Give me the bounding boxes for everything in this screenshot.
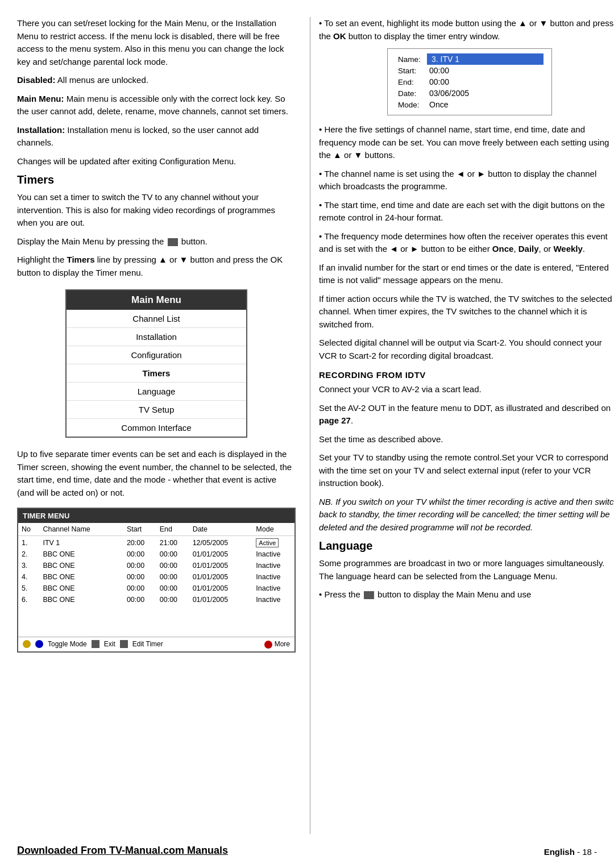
installation-label: Installation:: [17, 125, 65, 135]
row-no: 4.: [18, 571, 39, 583]
column-divider: [310, 17, 310, 834]
row-mode: Inactive: [252, 594, 294, 605]
changes-paragraph: Changes will be updated after exiting Co…: [17, 155, 296, 168]
table-row: 3. BBC ONE 00:00 00:00 01/01/2005 Inacti…: [18, 560, 294, 571]
row-end: 00:00: [156, 594, 189, 605]
menu-item-timers[interactable]: Timers: [67, 364, 246, 383]
yellow-button-icon: [23, 640, 31, 648]
exit-button-icon: [92, 640, 99, 648]
info-value: 3. ITV 1: [427, 53, 544, 65]
info-row: Date: 03/06/2005: [396, 88, 544, 99]
row-start: 20:00: [123, 536, 156, 549]
menu-item-channel-list[interactable]: Channel List: [67, 310, 246, 328]
scart-para: Selected digital channel will be output …: [319, 337, 614, 362]
footer-icons: Toggle Mode Exit Edit Timer: [23, 640, 163, 648]
timers-para1: You can set a timer to switch the TV to …: [17, 191, 296, 230]
timer-desc-para: Up to five separate timer events can be …: [17, 448, 296, 499]
table-row: 2. BBC ONE 00:00 00:00 01/01/2005 Inacti…: [18, 549, 294, 560]
row-spacer2: [246, 536, 252, 549]
row-mode: Active: [252, 536, 294, 549]
mainmenu-label: Main Menu:: [17, 94, 64, 103]
row-end: 00:00: [156, 560, 189, 571]
row-spacer2: [246, 560, 252, 571]
footer-page-info: English - 18 -: [544, 847, 597, 857]
timer-menu-box: TIMER MENU No Channel Name Start End Dat…: [17, 508, 296, 653]
timers-para3: Highlight the Timers line by pressing ▲ …: [17, 254, 296, 279]
row-spacer2: [246, 594, 252, 605]
info-row: Start: 00:00: [396, 65, 544, 76]
row-end: 00:00: [156, 583, 189, 594]
timers-para3-pre: Highlight the: [17, 255, 64, 264]
info-value: 00:00: [427, 65, 544, 76]
footer-toggle-label: Toggle Mode: [48, 640, 87, 648]
row-mode: Inactive: [252, 583, 294, 594]
info-table: Name: 3. ITV 1 Start: 00:00 End: 00:00 D…: [396, 53, 544, 110]
info-value: 00:00: [427, 76, 544, 88]
row-spacer2: [246, 583, 252, 594]
row-start: 00:00: [123, 583, 156, 594]
footer-link[interactable]: Downloaded From TV-Manual.com Manuals: [17, 845, 228, 857]
info-row: Name: 3. ITV 1: [396, 53, 544, 65]
row-start: 00:00: [123, 549, 156, 560]
row-date: 12/05/2005: [189, 536, 246, 549]
recording-para3: Set the time as described above.: [319, 433, 614, 446]
disabled-text: All menus are unlocked.: [57, 75, 148, 85]
right-column: • To set an event, highlight its mode bu…: [313, 17, 614, 834]
timer-action-para: If timer action occurs while the TV is w…: [319, 293, 614, 331]
intro-paragraph: There you can set/reset locking for the …: [17, 17, 296, 68]
col-spacer: [112, 523, 123, 536]
recording-para1: Connect your VCR to AV-2 via a scart lea…: [319, 383, 614, 396]
table-row: 5. BBC ONE 00:00 00:00 01/01/2005 Inacti…: [18, 583, 294, 594]
mainmenu-paragraph: Main Menu: Main menu is accessible only …: [17, 93, 296, 118]
row-end: 21:00: [156, 536, 189, 549]
timers-bold: Timers: [67, 255, 95, 264]
row-mode: Inactive: [252, 571, 294, 583]
row-start: 00:00: [123, 571, 156, 583]
col-spacer2: [246, 523, 252, 536]
row-spacer2: [246, 549, 252, 560]
info-label: End:: [396, 76, 427, 88]
row-mode: Inactive: [252, 560, 294, 571]
language-para1: Some programmes are broadcast in two or …: [319, 557, 614, 583]
info-box: Name: 3. ITV 1 Start: 00:00 End: 00:00 D…: [387, 48, 552, 115]
row-channel: BBC ONE: [39, 549, 112, 560]
bullet2-para: • Here the five settings of channel name…: [319, 123, 614, 162]
info-label: Name:: [396, 53, 427, 65]
menu-item-language[interactable]: Language: [67, 383, 246, 401]
page-footer: Downloaded From TV-Manual.com Manuals En…: [0, 845, 614, 857]
row-channel: BBC ONE: [39, 571, 112, 583]
menu-item-common-interface[interactable]: Common Interface: [67, 419, 246, 437]
installation-paragraph: Installation: Installation menu is locke…: [17, 124, 296, 149]
bullet4-para: • The start time, end time and date are …: [319, 199, 614, 225]
menu-item-tv-setup[interactable]: TV Setup: [67, 401, 246, 419]
info-value: 03/06/2005: [427, 88, 544, 99]
menu-button-icon: [168, 238, 178, 246]
timers-para2-post: button.: [181, 236, 208, 246]
blue-button-icon: [35, 640, 43, 648]
row-no: 1.: [18, 536, 39, 549]
timers-para2: Display the Main Menu by pressing the bu…: [17, 235, 296, 248]
row-end: 00:00: [156, 571, 189, 583]
info-label: Start:: [396, 65, 427, 76]
recording-para2: Set the AV-2 OUT in the feature menu to …: [319, 402, 614, 427]
menu-item-configuration[interactable]: Configuration: [67, 346, 246, 364]
footer-more-label: More: [275, 640, 290, 648]
row-spacer: [112, 549, 123, 560]
left-column: There you can set/reset locking for the …: [17, 17, 307, 834]
col-start: Start: [123, 523, 156, 536]
row-no: 2.: [18, 549, 39, 560]
row-end: 00:00: [156, 549, 189, 560]
info-row: Mode: Once: [396, 99, 544, 110]
main-menu-box: Main Menu Channel List Installation Conf…: [65, 289, 247, 438]
menu-item-installation[interactable]: Installation: [67, 328, 246, 346]
row-start: 00:00: [123, 560, 156, 571]
table-row: 1. ITV 1 20:00 21:00 12/05/2005 Active: [18, 536, 294, 549]
disabled-paragraph: Disabled: All menus are unlocked.: [17, 74, 296, 87]
recording-para4: Set your TV to standby using the remote …: [319, 451, 614, 490]
row-date: 01/01/2005: [189, 549, 246, 560]
row-spacer2: [246, 571, 252, 583]
col-end: End: [156, 523, 189, 536]
main-menu-title: Main Menu: [67, 290, 246, 310]
table-row: 6. BBC ONE 00:00 00:00 01/01/2005 Inacti…: [18, 594, 294, 605]
row-mode: Inactive: [252, 549, 294, 560]
